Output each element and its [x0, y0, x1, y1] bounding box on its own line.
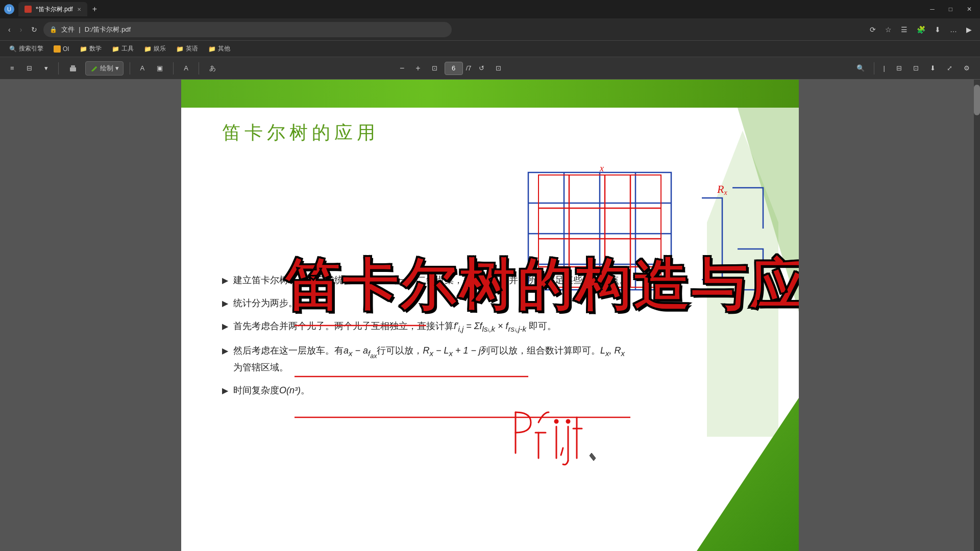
svg-point-25: [555, 420, 558, 423]
pdf-draw-dropdown[interactable]: ▾: [115, 64, 119, 72]
pdf-sep-2: [130, 62, 130, 74]
bookmark-other-label: 其他: [218, 44, 230, 53]
scrollbar[interactable]: [974, 80, 980, 551]
title-bar: U *笛卡尔树.pdf ✕ + ─ □ ✕: [0, 0, 980, 18]
browser-avatar: U: [4, 4, 14, 14]
address-path: D:/笛卡尔树.pdf: [85, 25, 131, 34]
page-rotate-btn[interactable]: ↺: [475, 62, 488, 74]
pdf-toolbar-right: 🔍 | ⊟ ⊡ ⬇ ⤢ ⚙: [852, 62, 974, 74]
refresh-button[interactable]: ↻: [28, 23, 40, 36]
forward-button[interactable]: ›: [17, 23, 26, 36]
pdf-filter-dropdown[interactable]: ▾: [40, 62, 52, 74]
favorites-icon[interactable]: ☆: [882, 23, 895, 36]
bookmark-oi[interactable]: OI: [50, 44, 74, 54]
close-button[interactable]: ✕: [963, 5, 976, 14]
pdf-toolbar: ≡ ⊟ ▾ 绘制 ▾ A ▣ A あ − + ⊡ /7 ↺ ⊡ 🔍 | ⊟ ⊡: [0, 57, 980, 80]
back-button[interactable]: ‹: [5, 23, 14, 36]
pdf-copy-btn[interactable]: ⊟: [892, 62, 906, 74]
address-protocol: 文件: [61, 25, 75, 34]
pdf-page: 笛卡尔树的应用 笛卡尔树的构造与应用 ▶ 建立笛卡尔树，后续完成统计。示例：对一…: [181, 80, 799, 551]
page-next-btn[interactable]: +: [411, 63, 424, 74]
bookmark-math-label: 数学: [89, 44, 102, 53]
bookmark-tools-label: 工具: [121, 44, 134, 53]
tab-bar: *笛卡尔树.pdf ✕ +: [18, 2, 100, 16]
page-header-bar: [181, 80, 799, 108]
pdf-filter-btn[interactable]: ⊟: [22, 62, 36, 74]
pdf-frame-btn[interactable]: ▣: [153, 62, 167, 74]
bookmark-search-icon: 🔍: [9, 45, 17, 53]
pdf-sep-4: [199, 62, 199, 74]
sidebar-toggle-icon[interactable]: ▶: [963, 23, 975, 36]
pdf-draw-btn[interactable]: 绘制 ▾: [85, 61, 124, 76]
bullet-arrow-4: ▶: [222, 345, 228, 357]
pdf-text-eraser-btn[interactable]: A: [136, 62, 149, 74]
address-box[interactable]: 🔒 文件 | D:/笛卡尔树.pdf: [43, 22, 452, 37]
bookmark-entertainment-icon: 📁: [144, 45, 152, 53]
pdf-settings-btn[interactable]: ⚙: [960, 62, 974, 74]
address-bar: ‹ › ↻ 🔒 文件 | D:/笛卡尔树.pdf ⟳ ☆ ☰ 🧩 ⬇ … ▶: [0, 18, 980, 41]
bookmark-tools[interactable]: 📁 工具: [108, 43, 138, 55]
bookmark-math-icon: 📁: [80, 45, 87, 53]
bookmark-math[interactable]: 📁 数学: [76, 43, 106, 55]
tab-favicon: [24, 6, 32, 13]
page-prev-btn[interactable]: −: [396, 63, 408, 74]
pdf-text-btn[interactable]: A: [180, 62, 192, 74]
bookmark-english-label: 英语: [186, 44, 198, 53]
addressbar-right: ⟳ ☆ ☰ 🧩 ⬇ … ▶: [867, 23, 975, 36]
active-tab[interactable]: *笛卡尔树.pdf ✕: [18, 2, 87, 16]
bookmark-other-icon: 📁: [208, 45, 216, 53]
pdf-download-btn[interactable]: ⬇: [926, 62, 940, 74]
svg-rect-1: [71, 65, 75, 68]
page-total: /7: [466, 64, 472, 72]
pdf-share-btn[interactable]: ⊡: [909, 62, 923, 74]
bullet-text-5: 时间复杂度O(n³)。: [233, 384, 630, 397]
titlebar-left: U *笛卡尔树.pdf ✕ +: [4, 2, 100, 16]
pdf-draw-label: 绘制: [100, 64, 113, 73]
pdf-fullscreen-btn[interactable]: ⤢: [943, 62, 957, 74]
bookmark-entertainment[interactable]: 📁 娱乐: [140, 43, 170, 55]
download-icon[interactable]: ⬇: [932, 23, 944, 36]
scrollbar-thumb[interactable]: [974, 85, 980, 115]
address-separator: |: [79, 26, 80, 33]
bullet-arrow-3: ▶: [222, 320, 228, 333]
bookmark-english-icon: 📁: [176, 45, 184, 53]
bullet-arrow-2: ▶: [222, 297, 228, 310]
page-layout-btn[interactable]: ⊡: [492, 62, 505, 74]
pdf-text-eraser-label: A: [140, 64, 145, 72]
pdf-list-btn[interactable]: ≡: [6, 62, 18, 74]
minimize-button[interactable]: ─: [926, 5, 939, 14]
slide-title: 笛卡尔树的应用: [222, 120, 379, 145]
page-navigation: − + ⊡ /7 ↺ ⊡: [396, 62, 505, 75]
pdf-content: 笛卡尔树的应用 笛卡尔树的构造与应用 ▶ 建立笛卡尔树，后续完成统计。示例：对一…: [0, 80, 980, 551]
pdf-search-btn[interactable]: 🔍: [852, 62, 869, 74]
bookmark-english[interactable]: 📁 英语: [172, 43, 202, 55]
bookmark-other[interactable]: 📁 其他: [204, 43, 234, 55]
pdf-sep-3: [173, 62, 174, 74]
pdf-divider-btn[interactable]: |: [879, 62, 889, 74]
menu-icon[interactable]: …: [947, 23, 960, 36]
new-tab-button[interactable]: +: [89, 4, 100, 15]
bookmark-search-label: 搜索引擎: [19, 44, 43, 53]
maximize-button[interactable]: □: [945, 5, 957, 14]
bookmark-search[interactable]: 🔍 搜索引擎: [5, 43, 47, 55]
tab-label: *笛卡尔树.pdf: [36, 5, 73, 14]
bullet-item-4: ▶ 然后考虑在这一层放车。有ax − afax行可以放，Rx − Lx + 1 …: [222, 344, 630, 374]
bullet-arrow-5: ▶: [222, 385, 228, 397]
pdf-eraser-btn[interactable]: [65, 62, 81, 74]
collections-icon[interactable]: ☰: [898, 23, 911, 36]
extensions-icon[interactable]: 🧩: [914, 23, 928, 36]
svg-point-27: [567, 420, 570, 423]
edge-sync-icon[interactable]: ⟳: [867, 23, 879, 36]
pdf-sep-1: [58, 62, 59, 74]
bookmark-entertainment-label: 娱乐: [154, 44, 166, 53]
pdf-comment-btn[interactable]: あ: [205, 62, 220, 75]
tab-close-button[interactable]: ✕: [77, 7, 81, 12]
titlebar-controls: ─ □ ✕: [926, 5, 976, 14]
big-overlay-text: 笛卡尔树的构造与应用: [283, 248, 799, 324]
lock-icon: 🔒: [50, 26, 57, 33]
page-number-input[interactable]: [445, 62, 463, 75]
bookmarks-bar: 🔍 搜索引擎 OI 📁 数学 📁 工具 📁 娱乐 📁 英语 📁 其他: [0, 41, 980, 57]
page-fit-btn[interactable]: ⊡: [428, 62, 442, 74]
bookmark-oi-label: OI: [63, 45, 69, 53]
bullet-text-4: 然后考虑在这一层放车。有ax − afax行可以放，Rx − Lx + 1 − …: [233, 344, 630, 374]
